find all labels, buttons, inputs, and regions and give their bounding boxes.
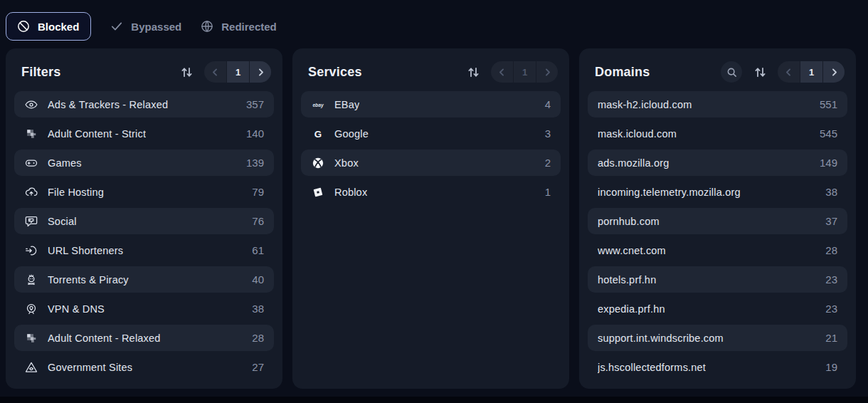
row-count: 23 xyxy=(825,303,837,315)
service-row[interactable]: Roblox1 xyxy=(301,179,561,205)
row-label: www.cnet.com xyxy=(598,245,666,256)
check-icon xyxy=(110,19,124,33)
prev-page-button[interactable] xyxy=(778,61,800,83)
filter-row[interactable]: URL Shorteners61 xyxy=(14,237,274,263)
pagination: 1 xyxy=(204,61,271,83)
row-count: 1 xyxy=(545,186,551,198)
current-page-indicator: 1 xyxy=(513,61,536,83)
sort-button[interactable] xyxy=(749,61,771,83)
row-label: File Hosting xyxy=(48,187,104,198)
panels-container: Filters 1 Ads & Trackers - Relaxed357Adu… xyxy=(6,48,856,389)
row-count: 545 xyxy=(820,127,837,140)
row-count: 551 xyxy=(820,98,837,110)
chevron-left-icon xyxy=(783,67,794,78)
next-page-button[interactable] xyxy=(249,61,271,83)
filter-row[interactable]: Adult Content - Relaxed28 xyxy=(14,325,274,351)
pagination: 1 xyxy=(491,61,558,83)
row-count: 2 xyxy=(545,157,551,169)
domain-row[interactable]: pornhub.com37 xyxy=(588,208,847,234)
row-count: 61 xyxy=(252,244,264,256)
domains-panel: Domains 1 mask-h2.icloud.com551mask.iclo… xyxy=(579,48,856,389)
blocked-traffic-dashboard: Blocked Bypassed Redirected Filters xyxy=(0,0,868,403)
filter-row[interactable]: Games139 xyxy=(14,150,274,176)
filter-row[interactable]: Torrents & Piracy40 xyxy=(14,266,274,293)
domain-row[interactable]: mask.icloud.com545 xyxy=(588,120,847,147)
domain-row[interactable]: js.hscollectedforms.net19 xyxy=(588,354,847,380)
filter-row[interactable]: VPN & DNS38 xyxy=(14,295,274,322)
search-button[interactable] xyxy=(721,61,742,83)
row-label: pornhub.com xyxy=(598,216,660,227)
tab-bypassed[interactable]: Bypassed xyxy=(110,19,181,33)
row-label: support.int.windscribe.com xyxy=(598,333,724,344)
vpn-pin-icon xyxy=(24,302,38,316)
filter-row[interactable]: Adult Content - Strict140 xyxy=(14,120,274,147)
chevron-left-icon xyxy=(210,67,221,78)
tab-blocked[interactable]: Blocked xyxy=(6,12,91,41)
domain-row[interactable]: expedia.prf.hn23 xyxy=(588,295,847,322)
globe-icon xyxy=(200,19,214,33)
sort-button[interactable] xyxy=(462,61,484,83)
sort-icon xyxy=(753,65,768,80)
row-count: 38 xyxy=(252,303,264,315)
sort-button[interactable] xyxy=(176,61,197,83)
svg-text:G: G xyxy=(314,128,322,139)
svg-text:ebay: ebay xyxy=(312,102,323,108)
chevron-right-icon xyxy=(542,67,553,78)
filter-row[interactable]: File Hosting79 xyxy=(14,179,274,205)
services-panel: Services 1 ebayEBay4GGoogle3Xbox2Roblox1 xyxy=(292,48,569,389)
row-label: Google xyxy=(334,128,369,140)
domains-list: mask-h2.icloud.com551mask.icloud.com545a… xyxy=(588,91,847,380)
service-row[interactable]: Xbox2 xyxy=(301,150,561,176)
row-count: 3 xyxy=(545,127,551,140)
prev-page-button[interactable] xyxy=(204,61,226,83)
pixelated-image-icon xyxy=(24,127,38,141)
row-label: Adult Content - Relaxed xyxy=(48,333,161,344)
url-shortener-icon xyxy=(24,244,38,258)
row-count: 357 xyxy=(246,98,264,110)
speech-thumbs-down-icon xyxy=(24,214,38,229)
row-label: Ads & Trackers - Relaxed xyxy=(48,99,168,110)
row-label: Government Sites xyxy=(48,362,132,373)
domain-row[interactable]: www.cnet.com28 xyxy=(588,237,847,263)
domain-row[interactable]: support.int.windscribe.com21 xyxy=(588,325,847,351)
sort-icon xyxy=(466,65,481,80)
row-label: VPN & DNS xyxy=(48,303,105,315)
row-count: 19 xyxy=(825,361,837,373)
sort-icon xyxy=(179,65,194,80)
row-count: 40 xyxy=(252,273,264,286)
tab-redirected[interactable]: Redirected xyxy=(200,19,277,33)
domain-row[interactable]: hotels.prf.hn23 xyxy=(588,266,847,293)
service-row[interactable]: ebayEBay4 xyxy=(301,91,561,117)
gamepad-icon xyxy=(24,156,38,170)
row-count: 21 xyxy=(825,332,837,344)
row-label: URL Shorteners xyxy=(48,245,123,256)
services-list: ebayEBay4GGoogle3Xbox2Roblox1 xyxy=(301,91,561,205)
domain-row[interactable]: mask-h2.icloud.com551 xyxy=(588,91,847,117)
row-label: ads.mozilla.org xyxy=(598,157,669,169)
row-count: 28 xyxy=(825,244,837,256)
row-count: 140 xyxy=(246,127,264,140)
roblox-logo-icon xyxy=(311,185,325,199)
row-count: 149 xyxy=(820,157,837,169)
domain-row[interactable]: incoming.telemetry.mozilla.org38 xyxy=(588,179,847,205)
row-count: 23 xyxy=(825,273,837,286)
filter-row[interactable]: Government Sites27 xyxy=(14,354,274,380)
prev-page-button[interactable] xyxy=(491,61,513,83)
status-tabbar: Blocked Bypassed Redirected xyxy=(0,0,868,41)
domain-row[interactable]: ads.mozilla.org149 xyxy=(588,150,847,176)
chevron-right-icon xyxy=(255,67,266,78)
next-page-button[interactable] xyxy=(536,61,558,83)
row-label: incoming.telemetry.mozilla.org xyxy=(598,187,741,198)
filter-row[interactable]: Ads & Trackers - Relaxed357 xyxy=(14,91,274,117)
cloud-upload-icon xyxy=(24,185,38,199)
row-label: Social xyxy=(48,216,77,227)
filter-row[interactable]: Social76 xyxy=(14,208,274,234)
domains-panel-title: Domains xyxy=(595,65,650,80)
row-label: EBay xyxy=(334,99,359,110)
row-label: Roblox xyxy=(334,187,367,198)
tab-bypassed-label: Bypassed xyxy=(131,21,181,33)
row-label: hotels.prf.hn xyxy=(598,274,656,286)
search-icon xyxy=(726,66,738,78)
service-row[interactable]: GGoogle3 xyxy=(301,120,561,147)
next-page-button[interactable] xyxy=(822,61,845,83)
